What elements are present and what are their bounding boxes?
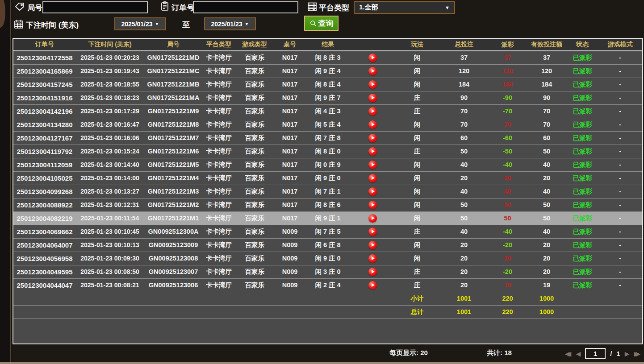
total-bet-cell: 90	[439, 91, 489, 104]
table-row[interactable]: 2501230040440472025-01-23 00:08:21GN0092…	[13, 278, 642, 292]
play-video-icon[interactable]	[368, 228, 377, 236]
play-video-icon[interactable]	[368, 241, 377, 249]
status-cell: 已派彩	[567, 64, 598, 78]
page-number-input[interactable]	[585, 348, 606, 359]
header-cell: 有效投注额	[527, 39, 567, 51]
platform-cell: 卡卡湾厅	[203, 51, 235, 64]
play-video-icon[interactable]	[368, 281, 377, 290]
play-video-icon[interactable]	[368, 134, 377, 142]
bet-time-cell: 2025-01-23 00:15:24	[76, 145, 144, 158]
status-cell: 已派彩	[567, 185, 598, 198]
table-row[interactable]: 2501230041050252025-01-23 00:14:00GN0172…	[13, 171, 642, 185]
bet-type-cell: 庄	[395, 225, 439, 238]
prev-page-icon[interactable]: ◀	[576, 348, 581, 359]
table-row[interactable]: 2501230040822192025-01-23 00:11:54GN0172…	[13, 211, 642, 225]
order-number-cell: 250123004142196	[13, 104, 76, 118]
play-video-icon[interactable]	[368, 54, 377, 62]
order-number-cell: 250123004105025	[13, 171, 76, 185]
game-type-cell: 百家乐	[235, 78, 274, 91]
table-number-cell: N017	[274, 51, 305, 64]
empty-cell	[567, 305, 598, 318]
play-video-icon[interactable]	[368, 80, 377, 89]
play-video-icon[interactable]	[368, 187, 377, 196]
bet-time-cell: 2025-01-23 00:17:29	[76, 104, 144, 118]
valid-bet-cell: 70	[527, 118, 567, 131]
play-video-icon[interactable]	[368, 107, 377, 116]
per-page-value: 20	[420, 349, 428, 356]
bet-time-cell: 2025-01-23 00:10:13	[76, 238, 144, 252]
valid-bet-cell: 60	[527, 131, 567, 145]
play-video-icon[interactable]	[368, 94, 377, 102]
table-row[interactable]: 2501230040696622025-01-23 00:10:45GN0092…	[13, 225, 642, 238]
game-type-cell: 百家乐	[235, 145, 274, 158]
platform-cell: 卡卡湾厅	[203, 145, 235, 158]
play-video-icon[interactable]	[368, 161, 377, 169]
empty-cell	[203, 292, 235, 305]
table-row[interactable]: 2501230041572452025-01-23 00:18:55GN0172…	[13, 78, 642, 91]
play-video-icon[interactable]	[368, 268, 377, 276]
total-bet-cell: 50	[439, 211, 489, 225]
valid-bet-cell: 70	[527, 104, 567, 118]
table-row[interactable]: 2501230041342802025-01-23 00:16:47GN0172…	[13, 118, 642, 131]
total-bet-cell: 40	[439, 158, 489, 171]
bet-time-cell: 2025-01-23 00:14:40	[76, 158, 144, 171]
table-row[interactable]: 2501230040569582025-01-23 00:09:30GN0092…	[13, 252, 642, 265]
game-mode-cell: -	[598, 185, 642, 198]
table-row[interactable]: 2501230040640072025-01-23 00:10:13GN0092…	[13, 238, 642, 252]
status-cell: 已派彩	[567, 131, 598, 145]
round-number-input[interactable]	[42, 1, 148, 13]
last-page-icon[interactable]: ▶▶	[634, 348, 640, 359]
play-video-icon[interactable]	[368, 174, 377, 182]
play-video-icon[interactable]	[368, 120, 377, 129]
order-number-cell: 250123004127167	[13, 131, 76, 145]
table-row[interactable]: 2501230040889222025-01-23 00:12:31GN0172…	[13, 198, 642, 211]
order-number-input[interactable]	[193, 1, 298, 13]
table-row[interactable]: 2501230041519162025-01-23 00:18:23GN0172…	[13, 91, 642, 104]
empty-cell	[350, 292, 395, 305]
search-button[interactable]: 查询	[304, 16, 339, 31]
play-video-icon[interactable]	[368, 254, 377, 263]
bet-time-cell: 2025-01-23 00:08:21	[76, 278, 144, 292]
round-number-cell: GN00925123009	[144, 238, 203, 252]
platform-type-select[interactable]: 1.全部 ▼	[354, 1, 455, 14]
table-number-cell: N017	[274, 171, 305, 185]
round-number-cell: GN017251221MC	[144, 64, 203, 78]
game-type-cell: 百家乐	[235, 278, 274, 292]
next-page-icon[interactable]: ▶	[625, 348, 630, 359]
empty-cell	[567, 292, 598, 305]
filter-bar: 局号 订单号 平台类型 1.全部 ▼ 下注时间 (美东) 2025/01/23 …	[0, 0, 644, 38]
status-cell: 已派彩	[567, 158, 598, 171]
round-number-cell: GN017251221M3	[144, 185, 203, 198]
empty-cell	[76, 305, 144, 318]
grand-total-row-label: 总计	[395, 305, 439, 318]
valid-bet-cell: 90	[527, 91, 567, 104]
table-row[interactable]: 2501230041120592025-01-23 00:14:40GN0172…	[13, 158, 642, 171]
table-row[interactable]: 2501230041725582025-01-23 00:20:23GN0172…	[13, 51, 642, 64]
table-number-cell: N017	[274, 64, 305, 78]
play-video-icon[interactable]	[368, 201, 377, 209]
empty-cell	[305, 292, 350, 305]
table-row[interactable]: 2501230041271672025-01-23 00:16:06GN0172…	[13, 131, 642, 145]
play-video-icon[interactable]	[368, 147, 377, 156]
header-cell: 桌号	[274, 39, 305, 51]
first-page-icon[interactable]: ◀◀	[565, 348, 572, 359]
table-number-cell: N009	[274, 238, 305, 252]
date-to-value: 2025/01/23	[211, 21, 243, 28]
table-row[interactable]: 2501230041421962025-01-23 00:17:29GN0172…	[13, 104, 642, 118]
table-number-cell: N017	[274, 104, 305, 118]
table-row[interactable]: 2501230040992682025-01-23 00:13:27GN0172…	[13, 185, 642, 198]
payout-cell: -60	[489, 131, 527, 145]
table-number-cell: N009	[274, 278, 305, 292]
date-to-picker[interactable]: 2025/01/23 ▼	[204, 17, 256, 30]
video-cell	[350, 51, 395, 64]
play-video-icon[interactable]	[368, 214, 377, 223]
table-row[interactable]: 2501230041658692025-01-23 00:19:43GN0172…	[13, 64, 642, 78]
video-cell	[350, 64, 395, 78]
payout-cell: -20	[489, 265, 527, 278]
play-video-icon[interactable]	[368, 67, 377, 75]
table-row[interactable]: 2501230041197922025-01-23 00:15:24GN0172…	[13, 145, 642, 158]
valid-bet-cell: 20	[527, 171, 567, 185]
table-row[interactable]: 2501230040495952025-01-23 00:08:50GN0092…	[13, 265, 642, 278]
platform-cell: 卡卡湾厅	[203, 131, 235, 145]
date-from-picker[interactable]: 2025/01/23 ▼	[114, 17, 166, 30]
